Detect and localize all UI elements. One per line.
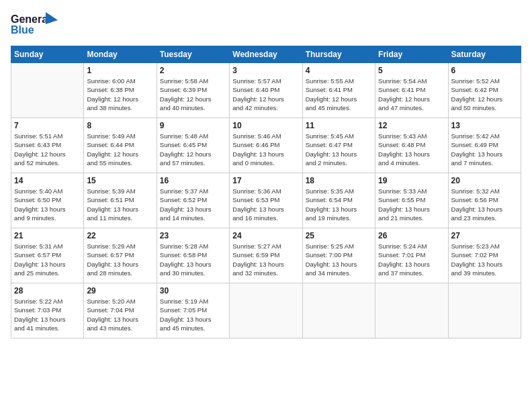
- day-number: 20: [451, 176, 518, 185]
- day-number: 15: [87, 176, 153, 185]
- day-info: Sunrise: 5:42 AM Sunset: 6:49 PM Dayligh…: [451, 132, 518, 167]
- day-number: 26: [378, 231, 445, 240]
- weekday-header: Tuesday: [157, 46, 229, 63]
- weekday-header: Friday: [375, 46, 448, 63]
- calendar-cell: 23Sunrise: 5:28 AM Sunset: 6:58 PM Dayli…: [157, 228, 229, 283]
- calendar-week-row: 14Sunrise: 5:40 AM Sunset: 6:50 PM Dayli…: [11, 173, 521, 228]
- calendar-cell: 6Sunrise: 5:52 AM Sunset: 6:42 PM Daylig…: [448, 63, 521, 118]
- day-number: 12: [378, 121, 445, 130]
- day-number: 5: [378, 66, 445, 75]
- svg-text:Blue: Blue: [11, 24, 34, 36]
- calendar-cell: [230, 283, 302, 338]
- calendar-cell: 7Sunrise: 5:51 AM Sunset: 6:43 PM Daylig…: [11, 118, 84, 173]
- calendar-cell: 10Sunrise: 5:46 AM Sunset: 6:46 PM Dayli…: [230, 118, 302, 173]
- day-number: 13: [451, 121, 518, 130]
- calendar-cell: 4Sunrise: 5:55 AM Sunset: 6:41 PM Daylig…: [302, 63, 375, 118]
- day-number: 18: [306, 176, 372, 185]
- calendar-cell: 30Sunrise: 5:19 AM Sunset: 7:05 PM Dayli…: [157, 283, 229, 338]
- logo: GeneralBlue: [11, 11, 64, 38]
- day-number: 9: [160, 121, 226, 130]
- day-info: Sunrise: 5:28 AM Sunset: 6:58 PM Dayligh…: [160, 242, 226, 277]
- day-number: 1: [87, 66, 153, 75]
- calendar-cell: 25Sunrise: 5:25 AM Sunset: 7:00 PM Dayli…: [302, 228, 375, 283]
- weekday-header-row: SundayMondayTuesdayWednesdayThursdayFrid…: [11, 46, 521, 63]
- day-info: Sunrise: 5:48 AM Sunset: 6:45 PM Dayligh…: [160, 132, 226, 167]
- calendar-cell: 18Sunrise: 5:35 AM Sunset: 6:54 PM Dayli…: [302, 173, 375, 228]
- logo-svg: GeneralBlue: [11, 11, 64, 38]
- day-info: Sunrise: 5:23 AM Sunset: 7:02 PM Dayligh…: [451, 242, 518, 277]
- day-number: 2: [160, 66, 226, 75]
- calendar-cell: 9Sunrise: 5:48 AM Sunset: 6:45 PM Daylig…: [157, 118, 229, 173]
- svg-text:General: General: [11, 13, 51, 25]
- day-info: Sunrise: 5:22 AM Sunset: 7:03 PM Dayligh…: [14, 297, 81, 332]
- day-number: 7: [14, 121, 81, 130]
- day-number: 25: [306, 231, 372, 240]
- calendar-cell: 15Sunrise: 5:39 AM Sunset: 6:51 PM Dayli…: [84, 173, 157, 228]
- calendar-cell: 12Sunrise: 5:43 AM Sunset: 6:48 PM Dayli…: [375, 118, 448, 173]
- weekday-header: Thursday: [302, 46, 375, 63]
- day-info: Sunrise: 5:36 AM Sunset: 6:53 PM Dayligh…: [232, 187, 299, 222]
- calendar-cell: 5Sunrise: 5:54 AM Sunset: 6:41 PM Daylig…: [375, 63, 448, 118]
- day-number: 19: [378, 176, 445, 185]
- day-number: 16: [160, 176, 226, 185]
- calendar-cell: [11, 63, 84, 118]
- svg-marker-2: [46, 12, 58, 24]
- day-info: Sunrise: 5:27 AM Sunset: 6:59 PM Dayligh…: [232, 242, 299, 277]
- calendar-cell: 27Sunrise: 5:23 AM Sunset: 7:02 PM Dayli…: [448, 228, 521, 283]
- day-info: Sunrise: 5:54 AM Sunset: 6:41 PM Dayligh…: [378, 77, 445, 112]
- calendar-cell: [375, 283, 448, 338]
- calendar-cell: 3Sunrise: 5:57 AM Sunset: 6:40 PM Daylig…: [230, 63, 302, 118]
- day-number: 11: [306, 121, 372, 130]
- day-number: 24: [232, 231, 299, 240]
- day-info: Sunrise: 5:29 AM Sunset: 6:57 PM Dayligh…: [87, 242, 153, 277]
- day-number: 30: [160, 286, 226, 295]
- calendar-table: SundayMondayTuesdayWednesdayThursdayFrid…: [11, 46, 521, 338]
- day-info: Sunrise: 5:24 AM Sunset: 7:01 PM Dayligh…: [378, 242, 445, 277]
- weekday-header: Wednesday: [230, 46, 302, 63]
- calendar-week-row: 7Sunrise: 5:51 AM Sunset: 6:43 PM Daylig…: [11, 118, 521, 173]
- day-number: 28: [14, 286, 81, 295]
- calendar-week-row: 21Sunrise: 5:31 AM Sunset: 6:57 PM Dayli…: [11, 228, 521, 283]
- calendar-cell: 28Sunrise: 5:22 AM Sunset: 7:03 PM Dayli…: [11, 283, 84, 338]
- calendar-cell: 1Sunrise: 6:00 AM Sunset: 6:38 PM Daylig…: [84, 63, 157, 118]
- calendar-cell: 8Sunrise: 5:49 AM Sunset: 6:44 PM Daylig…: [84, 118, 157, 173]
- day-info: Sunrise: 5:46 AM Sunset: 6:46 PM Dayligh…: [232, 132, 299, 167]
- day-number: 22: [87, 231, 153, 240]
- day-number: 3: [232, 66, 299, 75]
- calendar-cell: 21Sunrise: 5:31 AM Sunset: 6:57 PM Dayli…: [11, 228, 84, 283]
- day-number: 29: [87, 286, 153, 295]
- calendar-cell: 14Sunrise: 5:40 AM Sunset: 6:50 PM Dayli…: [11, 173, 84, 228]
- day-info: Sunrise: 5:43 AM Sunset: 6:48 PM Dayligh…: [378, 132, 445, 167]
- day-info: Sunrise: 5:33 AM Sunset: 6:55 PM Dayligh…: [378, 187, 445, 222]
- day-info: Sunrise: 5:31 AM Sunset: 6:57 PM Dayligh…: [14, 242, 81, 277]
- day-info: Sunrise: 5:40 AM Sunset: 6:50 PM Dayligh…: [14, 187, 81, 222]
- calendar-cell: 2Sunrise: 5:58 AM Sunset: 6:39 PM Daylig…: [157, 63, 229, 118]
- day-number: 17: [232, 176, 299, 185]
- calendar-cell: [302, 283, 375, 338]
- calendar-cell: 11Sunrise: 5:45 AM Sunset: 6:47 PM Dayli…: [302, 118, 375, 173]
- calendar-cell: 16Sunrise: 5:37 AM Sunset: 6:52 PM Dayli…: [157, 173, 229, 228]
- page-header: GeneralBlue: [11, 11, 521, 38]
- calendar-cell: 22Sunrise: 5:29 AM Sunset: 6:57 PM Dayli…: [84, 228, 157, 283]
- day-info: Sunrise: 5:20 AM Sunset: 7:04 PM Dayligh…: [87, 297, 153, 332]
- day-info: Sunrise: 5:49 AM Sunset: 6:44 PM Dayligh…: [87, 132, 153, 167]
- calendar-cell: 24Sunrise: 5:27 AM Sunset: 6:59 PM Dayli…: [230, 228, 302, 283]
- calendar-cell: 29Sunrise: 5:20 AM Sunset: 7:04 PM Dayli…: [84, 283, 157, 338]
- day-info: Sunrise: 5:45 AM Sunset: 6:47 PM Dayligh…: [306, 132, 372, 167]
- calendar-cell: 17Sunrise: 5:36 AM Sunset: 6:53 PM Dayli…: [230, 173, 302, 228]
- day-number: 27: [451, 231, 518, 240]
- day-number: 21: [14, 231, 81, 240]
- day-number: 6: [451, 66, 518, 75]
- day-number: 4: [306, 66, 372, 75]
- calendar-cell: 20Sunrise: 5:32 AM Sunset: 6:56 PM Dayli…: [448, 173, 521, 228]
- calendar-cell: [448, 283, 521, 338]
- day-info: Sunrise: 5:35 AM Sunset: 6:54 PM Dayligh…: [306, 187, 372, 222]
- day-number: 14: [14, 176, 81, 185]
- calendar-cell: 19Sunrise: 5:33 AM Sunset: 6:55 PM Dayli…: [375, 173, 448, 228]
- day-info: Sunrise: 6:00 AM Sunset: 6:38 PM Dayligh…: [87, 77, 153, 112]
- weekday-header: Monday: [84, 46, 157, 63]
- weekday-header: Saturday: [448, 46, 521, 63]
- calendar-week-row: 1Sunrise: 6:00 AM Sunset: 6:38 PM Daylig…: [11, 63, 521, 118]
- day-info: Sunrise: 5:57 AM Sunset: 6:40 PM Dayligh…: [232, 77, 299, 112]
- day-info: Sunrise: 5:55 AM Sunset: 6:41 PM Dayligh…: [306, 77, 372, 112]
